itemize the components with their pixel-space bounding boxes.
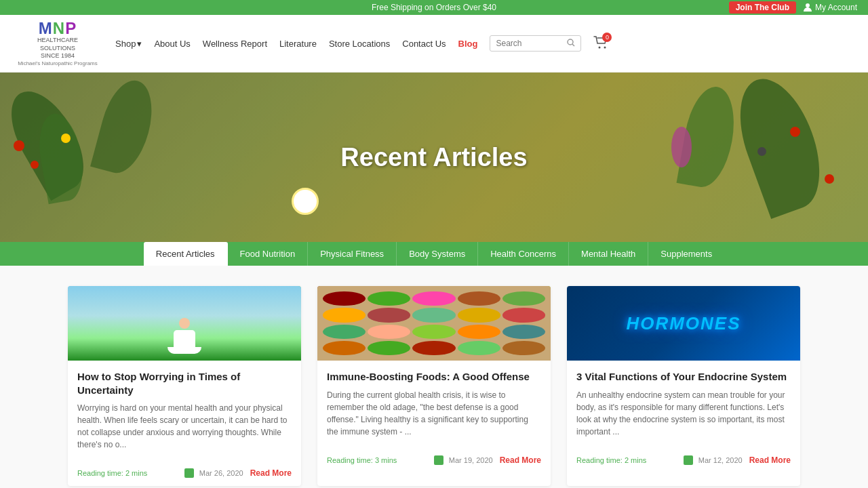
article-date: Mar 19, 2020 [434,455,493,465]
top-bar: Free Shipping on Orders Over $40 Join Th… [0,0,868,15]
read-more-link[interactable]: Read More [749,455,791,465]
article-meta: Reading time: 3 mins Mar 19, 2020 Read M… [327,455,541,465]
logo-letters: MNP [39,20,77,37]
cart-count: 0 [602,33,612,42]
search-input[interactable] [496,39,564,48]
article-image: HORMONES [567,286,800,361]
article-date: Mar 12, 2020 [684,455,743,465]
article-title: Immune-Boosting Foods: A Good Offense [327,370,541,384]
search-icon[interactable] [567,38,575,49]
hero-banner: Recent Articles [0,73,868,242]
articles-section: How to Stop Worrying in Times of Uncerta… [0,266,868,488]
calendar-icon [434,455,443,465]
nav-wellness-report[interactable]: Wellness Report [203,39,267,49]
svg-point-4 [604,46,606,48]
nav-contact-us[interactable]: Contact Us [402,39,446,49]
svg-line-2 [572,44,574,46]
article-card: Immune-Boosting Foods: A Good Offense Du… [317,286,551,486]
hero-content: Recent Articles [340,143,527,172]
join-club-button[interactable]: Join The Club [729,1,796,14]
article-title: How to Stop Worrying in Times of Uncerta… [77,370,292,396]
article-image [68,286,301,361]
tab-body-systems[interactable]: Body Systems [397,242,478,266]
hormones-text: HORMONES [626,313,741,334]
article-footer: Reading time: 2 mins Mar 12, 2020 Read M… [567,451,800,473]
article-footer: Reading time: 3 mins Mar 19, 2020 Read M… [317,451,551,473]
tab-recent-articles[interactable]: Recent Articles [144,242,228,266]
article-card: How to Stop Worrying in Times of Uncerta… [68,286,301,486]
article-meta: Reading time: 2 mins Mar 26, 2020 Read M… [77,468,292,478]
articles-grid: How to Stop Worrying in Times of Uncerta… [68,286,800,486]
logo-subtitle: Michael's Naturopathic Programs [18,60,98,66]
article-body: Immune-Boosting Foods: A Good Offense Du… [317,361,551,451]
article-date: Mar 26, 2020 [184,468,243,478]
tab-health-concerns[interactable]: Health Concerns [478,242,569,266]
logo[interactable]: MNP HEALTHCARE SOLUTIONS SINCE 1984 Mich… [14,20,102,66]
svg-point-3 [599,46,601,48]
logo-p: P [65,19,77,37]
tab-mental-health[interactable]: Mental Health [569,242,648,266]
tab-supplements[interactable]: Supplements [648,242,724,266]
hero-title: Recent Articles [340,143,527,172]
article-image [317,286,551,361]
user-icon [803,3,812,12]
logo-tagline: HEALTHCARE SOLUTIONS SINCE 1984 [37,37,78,60]
logo-m: M [39,19,53,37]
reading-time: Reading time: 3 mins [327,456,397,464]
article-meta: Reading time: 2 mins Mar 12, 2020 Read M… [576,455,791,465]
read-more-link[interactable]: Read More [500,455,541,465]
article-footer: Reading time: 2 mins Mar 26, 2020 Read M… [68,464,301,486]
read-more-link[interactable]: Read More [250,468,292,478]
article-body: 3 Vital Functions of Your Endocrine Syst… [567,361,800,451]
nav-about-us[interactable]: About Us [154,39,190,49]
nav-blog[interactable]: Blog [458,39,478,49]
search-box[interactable] [490,35,581,52]
top-bar-right: Join The Club My Account [729,1,857,14]
svg-point-0 [806,3,810,7]
nav-shop[interactable]: Shop ▾ [115,39,142,49]
nav-literature[interactable]: Literature [279,39,317,49]
shipping-notice: Free Shipping on Orders Over $40 [372,3,496,12]
article-excerpt: During the current global health crisis,… [327,389,541,438]
nav-store-locations[interactable]: Store Locations [329,39,390,49]
header: MNP HEALTHCARE SOLUTIONS SINCE 1984 Mich… [0,15,868,73]
logo-n: N [53,19,65,37]
cart-icon[interactable]: 0 [593,36,608,52]
tab-physical-fitness[interactable]: Physical Fitness [308,242,397,266]
chevron-down-icon: ▾ [137,39,142,49]
article-title: 3 Vital Functions of Your Endocrine Syst… [576,370,791,384]
article-excerpt: An unhealthy endocrine system can mean t… [576,389,791,438]
main-nav: Shop ▾ About Us Wellness Report Literatu… [115,35,854,52]
my-account-link[interactable]: My Account [803,3,857,12]
category-tabs: Recent Articles Food Nutrition Physical … [0,242,868,266]
article-card: HORMONES 3 Vital Functions of Your Endoc… [567,286,800,486]
reading-time: Reading time: 2 mins [576,456,646,464]
calendar-icon [184,468,194,478]
svg-point-1 [568,39,573,45]
calendar-icon [684,455,693,465]
reading-time: Reading time: 2 mins [77,469,147,477]
article-body: How to Stop Worrying in Times of Uncerta… [68,361,301,464]
article-excerpt: Worrying is hard on your mental health a… [77,402,292,451]
tab-food-nutrition[interactable]: Food Nutrition [228,242,309,266]
